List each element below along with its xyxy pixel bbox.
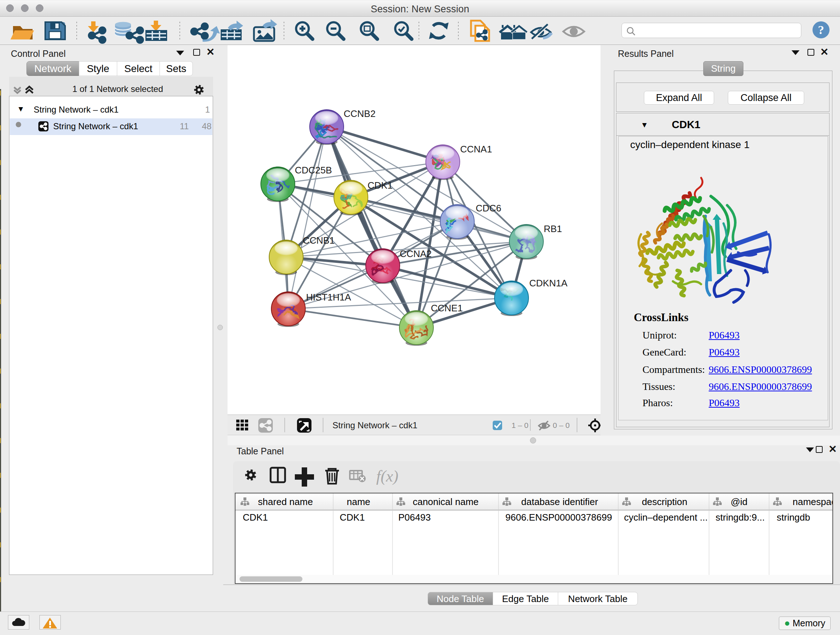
svg-text:namespac: namespac (793, 496, 832, 507)
svg-text:shared name: shared name (258, 496, 313, 507)
svg-text:CCNA2: CCNA2 (400, 249, 431, 259)
svg-text:name: name (347, 496, 370, 507)
svg-text:CDKN1A: CDKN1A (529, 278, 568, 288)
svg-text:f(x): f(x) (376, 467, 398, 485)
svg-text:CDC6: CDC6 (476, 203, 501, 214)
svg-text:CCNB1: CCNB1 (303, 235, 335, 246)
svg-text:0 – 0: 0 – 0 (553, 421, 570, 429)
svg-text:@id: @id (731, 496, 748, 507)
svg-text:HIST1H1A: HIST1H1A (306, 292, 351, 302)
svg-text:String Network – cdk1: String Network – cdk1 (332, 420, 417, 430)
svg-text:CDK1: CDK1 (368, 180, 393, 191)
svg-text:CDC25B: CDC25B (295, 165, 332, 176)
svg-text:CCNE1: CCNE1 (431, 302, 463, 314)
svg-text:canonical name: canonical name (413, 496, 478, 507)
svg-text:RB1: RB1 (544, 223, 562, 234)
svg-text:description: description (642, 496, 687, 507)
svg-text:1 – 0: 1 – 0 (512, 421, 529, 429)
svg-text:database identifier: database identifier (521, 496, 598, 507)
svg-text:CCNB2: CCNB2 (344, 108, 376, 119)
svg-text:CCNA1: CCNA1 (460, 144, 492, 155)
